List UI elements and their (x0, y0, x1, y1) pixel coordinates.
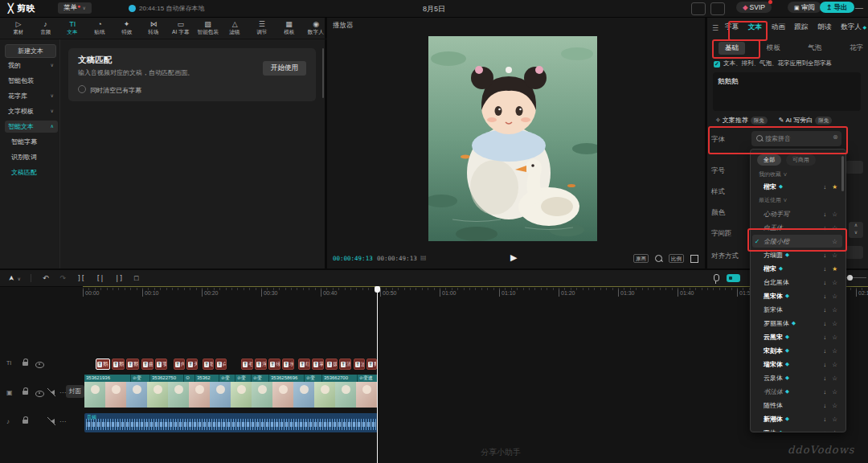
video-thumbnail-13[interactable] (335, 382, 356, 408)
font-star-icon[interactable]: ☆ (832, 293, 837, 300)
frame-list-icon[interactable]: ▤ (420, 254, 427, 261)
font-star-icon[interactable]: ☆ (832, 402, 837, 409)
redo-icon[interactable]: ↷ (60, 274, 67, 282)
sidebar-item-6[interactable]: 智能文本∧ (5, 121, 58, 133)
delete-left-icon[interactable]: [| (96, 275, 104, 282)
font-vip-gem-icon[interactable]: ◆ (785, 388, 789, 395)
ai-button-AI 写旁白[interactable]: ✎AI 写旁白限免 (779, 116, 832, 125)
sidebar-item-2[interactable]: 我的∨ (5, 59, 58, 72)
audio-track-mute-icon[interactable] (48, 419, 55, 424)
audio-clip[interactable]: 音频 (84, 413, 378, 432)
video-clip-label-10[interactable]: ⊙变 (305, 375, 322, 382)
font-star-icon[interactable]: ☆ (832, 334, 837, 341)
font-item-楷宋[interactable]: 楷宋◆↓★ (752, 262, 842, 275)
sidebar-item-7[interactable]: 智能字幕 (5, 136, 61, 148)
font-item-云泉体[interactable]: 云泉体◆↓☆ (752, 371, 842, 384)
font-size-control-sliver[interactable] (845, 161, 863, 174)
toolbar-item-adjust[interactable]: ☰调节 (248, 20, 276, 36)
video-thumbnail-6[interactable] (189, 382, 210, 408)
subtab-基础[interactable]: 基础 (719, 42, 745, 55)
sidebar-item-4[interactable]: 花字库∨ (5, 90, 58, 102)
svip-button[interactable]: ◆SVIP (736, 2, 772, 13)
font-star-icon[interactable]: ☆ (832, 361, 837, 368)
tab-文本[interactable]: 文本 (748, 23, 762, 32)
font-download-icon[interactable]: ↓ (824, 252, 827, 259)
subtitle-clip-5[interactable]: T项 (155, 359, 167, 370)
font-star-icon[interactable]: ☆ (832, 211, 837, 218)
font-star-icon[interactable]: ☆ (832, 320, 837, 327)
video-thumbnail-7[interactable] (210, 382, 231, 408)
subtitle-clip-19[interactable]: T鹅 (366, 359, 377, 370)
font-download-icon[interactable]: ↓ (824, 388, 827, 395)
video-clip-label-12[interactable]: ⊙变速 (358, 375, 378, 382)
font-vip-gem-icon[interactable]: ◆ (785, 252, 789, 258)
font-item-新宋体[interactable]: 新宋体↓☆ (752, 303, 842, 316)
subtab-模板[interactable]: 模板 (760, 42, 787, 55)
font-download-icon[interactable]: ↓ (824, 306, 827, 313)
video-track-mute-icon[interactable] (48, 390, 55, 395)
font-vip-gem-icon[interactable]: ◆ (785, 375, 789, 381)
video-thumbnail-8[interactable] (231, 382, 252, 408)
video-clip-label-4[interactable]: ⊙ (184, 375, 195, 382)
timeline-ruler[interactable]: 00:0000:1000:2000:3000:4000:5001:0001:10… (0, 286, 868, 300)
font-star-icon[interactable]: ☆ (832, 347, 837, 354)
sidebar-item-5[interactable]: 文字模板∨ (5, 105, 58, 117)
toolbar-item-text[interactable]: TI文本 (59, 20, 86, 36)
toolbar-item-media[interactable]: ▷素材 (5, 20, 32, 36)
fullscreen-icon[interactable] (690, 255, 698, 263)
font-vip-gem-icon[interactable]: ◆ (785, 334, 789, 340)
video-clip-label-2[interactable]: ⊙变 (131, 375, 150, 382)
subtitle-clip-8[interactable]: T歌 (203, 359, 214, 370)
toolbar-item-digital-human[interactable]: ◉数字人 (302, 20, 330, 36)
video-thumbnail-14[interactable] (356, 382, 377, 408)
subtitle-clip-13[interactable]: T水 (282, 359, 294, 370)
text-track-visibility-icon[interactable] (35, 362, 44, 368)
subtitle-clip-9[interactable]: T白 (215, 359, 227, 370)
collapse-panel-icon[interactable]: ☰ (712, 24, 719, 32)
video-clip-label-9[interactable]: 3536258696 (269, 375, 305, 382)
video-clip-label-7[interactable]: ⊙变 (235, 375, 252, 382)
playhead[interactable] (377, 286, 378, 463)
font-star-icon[interactable]: ☆ (832, 224, 837, 232)
subtitle-clip-17[interactable]: T清 (339, 359, 351, 370)
video-clip-label-3[interactable]: 353622750 (150, 375, 184, 382)
font-star-icon[interactable]: ☆ (832, 416, 837, 423)
video-clip-label-11[interactable]: 353662700 (322, 375, 358, 382)
font-item-书法体[interactable]: 书法体◆↓☆ (752, 385, 842, 398)
font-download-icon[interactable]: ↓ (824, 375, 827, 382)
ai-button-文案推荐[interactable]: ✧文案推荐限免 (715, 116, 768, 125)
font-vip-gem-icon[interactable]: ◆ (792, 320, 796, 326)
font-vip-gem-icon[interactable]: ◆ (785, 347, 789, 354)
font-item-楷宋[interactable]: 楷宋◆↓★ (752, 180, 842, 193)
font-download-icon[interactable]: ↓ (824, 320, 827, 327)
font-item-黑宋体[interactable]: 黑宋体◆↓☆ (752, 289, 842, 302)
video-thumbnail-12[interactable] (314, 382, 335, 408)
tab-跟踪[interactable]: 跟踪 (795, 23, 809, 32)
font-item-心动手写[interactable]: 心动手写↓☆ (752, 207, 842, 220)
font-vip-gem-icon[interactable]: ◆ (779, 183, 783, 190)
font-star-icon[interactable]: ☆ (832, 375, 837, 382)
font-star-icon[interactable]: ☆ (832, 388, 837, 395)
filter-chip-全部[interactable]: 全部 (757, 154, 781, 166)
tab-字幕[interactable]: 字幕 (725, 23, 739, 32)
layout-select-icon[interactable] (710, 2, 725, 15)
sidebar-item-1[interactable]: 新建文本 (5, 44, 56, 58)
letter-spacing-stepper[interactable]: ∧∨ (849, 222, 863, 238)
clear-subtitles-checkbox[interactable]: 同时清空已有字幕 (78, 85, 141, 95)
video-thumbnail-9[interactable] (252, 382, 272, 408)
font-item-罗丽黑体[interactable]: 罗丽黑体◆↓☆ (752, 317, 842, 330)
subtitle-clip-1[interactable]: T鹅 (96, 359, 110, 370)
font-star-icon[interactable]: ☆ (832, 279, 837, 286)
video-clip-label-1[interactable]: 353621936 (84, 375, 131, 382)
font-vip-gem-icon[interactable]: ◆ (779, 265, 783, 272)
search-clear-icon[interactable]: ⊗ (833, 133, 838, 141)
video-thumbnail-3[interactable] (126, 382, 147, 408)
tab-动画[interactable]: 动画 (772, 23, 785, 32)
font-download-icon[interactable]: ↓ (824, 279, 827, 286)
cover-button[interactable]: 封面 (66, 385, 84, 398)
font-star-icon[interactable]: ☆ (832, 306, 837, 313)
font-download-icon[interactable]: ↓ (824, 211, 827, 218)
subtitle-clip-2[interactable]: T鹅 (112, 359, 125, 370)
subtitle-clip-16[interactable]: T拨 (326, 359, 338, 370)
font-vip-gem-icon[interactable]: ◆ (785, 361, 789, 367)
